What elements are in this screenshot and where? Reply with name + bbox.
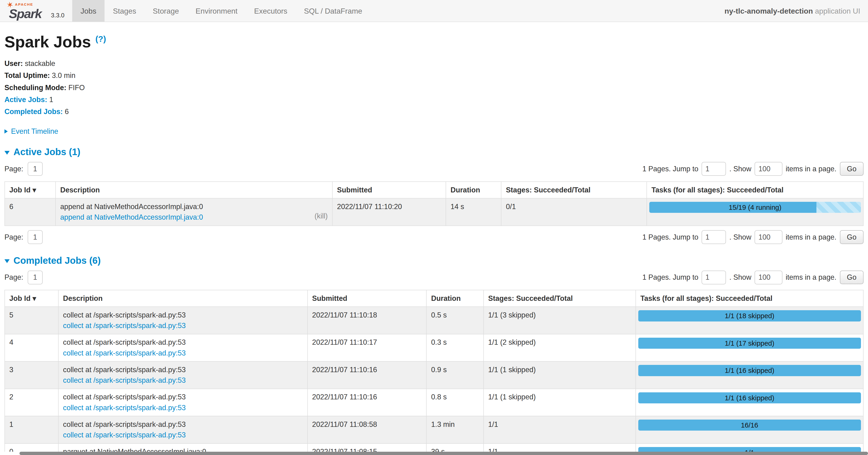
expanded-arrow-icon [4, 259, 10, 263]
description-cell: collect at /spark-scripts/spark-ad.py:53… [58, 334, 308, 361]
horizontal-scrollbar-thumb[interactable] [20, 452, 868, 455]
completed-jobs-section-header[interactable]: Completed Jobs (6) [4, 255, 864, 266]
job-id-cell: 1 [5, 416, 58, 443]
table-row: 4 collect at /spark-scripts/spark-ad.py:… [5, 334, 863, 361]
description-link[interactable]: append at NativeMethodAccessorImpl.java:… [60, 213, 203, 222]
progress-label: 1/1 (18 skipped) [638, 310, 861, 321]
header-job-id[interactable]: Job Id ▾ [5, 181, 56, 198]
apache-label: APACHE [15, 2, 33, 6]
main-content: Spark Jobs (?) User: stackable Total Upt… [0, 33, 868, 455]
go-button[interactable]: Go [840, 162, 864, 176]
header-description[interactable]: Description [56, 181, 332, 198]
description-link[interactable]: collect at /spark-scripts/spark-ad.py:53 [63, 349, 186, 358]
tab-environment[interactable]: Environment [187, 0, 246, 22]
help-link[interactable]: (?) [95, 34, 106, 44]
submitted-cell: 2022/11/07 11:10:20 [332, 198, 446, 226]
header-duration[interactable]: Duration [446, 181, 501, 198]
active-jobs-link[interactable]: Active Jobs: [4, 95, 47, 104]
page-number-input[interactable] [28, 271, 43, 284]
job-id-cell: 5 [5, 307, 58, 334]
description-link[interactable]: collect at /spark-scripts/spark-ad.py:53 [63, 321, 186, 330]
duration-cell: 0.5 s [426, 307, 483, 334]
items-text: items in a page. [786, 165, 837, 173]
jump-page-input[interactable] [702, 271, 726, 284]
page-number-input[interactable] [28, 162, 43, 176]
pages-jump-text: 1 Pages. Jump to [642, 233, 698, 241]
application-id: ny-tlc-anomaly-detection application UI [724, 0, 868, 22]
go-button[interactable]: Go [840, 230, 864, 244]
submitted-cell: 2022/11/07 11:10:17 [308, 334, 427, 361]
header-job-id[interactable]: Job Id ▾ [5, 290, 58, 307]
tasks-progress-bar: 1/1 (17 skipped) [638, 338, 861, 349]
summary-user: User: stackable [4, 59, 864, 68]
tab-storage[interactable]: Storage [145, 0, 187, 22]
application-name: ny-tlc-anomaly-detection [724, 7, 813, 15]
table-row: 5 collect at /spark-scripts/spark-ad.py:… [5, 307, 863, 334]
tasks-cell: 1/1 (18 skipped) [636, 307, 863, 334]
page-label: Page: [4, 165, 23, 173]
duration-cell: 0.8 s [426, 389, 483, 416]
kill-link[interactable]: (kill) [315, 212, 328, 220]
description-text: collect at /spark-scripts/spark-ad.py:53 [63, 393, 303, 401]
progress-label: 1/1 (16 skipped) [638, 365, 861, 376]
jump-page-input[interactable] [702, 162, 726, 176]
header-stages[interactable]: Stages: Succeeded/Total [484, 290, 636, 307]
stages-cell: 1/1 (3 skipped) [484, 307, 636, 334]
tab-jobs[interactable]: Jobs [72, 0, 104, 22]
jump-page-input[interactable] [702, 230, 726, 244]
tasks-cell: 1/1 (16 skipped) [636, 361, 863, 389]
summary-uptime: Total Uptime: 3.0 min [4, 71, 864, 80]
description-link[interactable]: collect at /spark-scripts/spark-ad.py:53 [63, 404, 186, 412]
table-row: 1 collect at /spark-scripts/spark-ad.py:… [5, 416, 863, 443]
stages-cell: 0/1 [501, 198, 647, 226]
tasks-cell: 1/1 (16 skipped) [636, 389, 863, 416]
summary-scheduling-mode: Scheduling Mode: FIFO [4, 83, 864, 92]
submitted-cell: 2022/11/07 11:10:16 [308, 361, 427, 389]
description-cell: collect at /spark-scripts/spark-ad.py:53… [58, 389, 308, 416]
expanded-arrow-icon [4, 151, 10, 154]
show-text: . Show [729, 233, 751, 241]
page-number-input[interactable] [28, 230, 43, 244]
header-duration[interactable]: Duration [426, 290, 483, 307]
spark-label: Spark [9, 6, 41, 21]
tab-sql-dataframe[interactable]: SQL / DataFrame [296, 0, 370, 22]
description-text: collect at /spark-scripts/spark-ad.py:53 [63, 311, 303, 319]
completed-jobs-link[interactable]: Completed Jobs: [4, 108, 63, 116]
description-text: append at NativeMethodAccessorImpl.java:… [60, 202, 328, 211]
tab-stages[interactable]: Stages [104, 0, 145, 22]
description-cell: collect at /spark-scripts/spark-ad.py:53… [58, 416, 308, 443]
description-text: collect at /spark-scripts/spark-ad.py:53 [63, 366, 303, 374]
job-summary: User: stackable Total Uptime: 3.0 min Sc… [4, 59, 864, 116]
stages-cell: 1/1 (1 skipped) [484, 361, 636, 389]
items-text: items in a page. [786, 273, 837, 282]
event-timeline-toggle[interactable]: Event Timeline [4, 127, 864, 136]
header-submitted[interactable]: Submitted [332, 181, 446, 198]
tasks-cell: 16/16 [636, 416, 863, 443]
header-tasks[interactable]: Tasks (for all stages): Succeeded/Total [636, 290, 863, 307]
progress-label: 15/19 (4 running) [649, 202, 861, 213]
pagination: Page: 1 Pages. Jump to . Show items in a… [4, 271, 864, 284]
page-title: Spark Jobs (?) [4, 33, 864, 51]
tasks-progress-bar: 1/1 (18 skipped) [638, 310, 861, 321]
duration-cell: 0.3 s [426, 334, 483, 361]
active-job-row: 6 append at NativeMethodAccessorImpl.jav… [5, 198, 863, 226]
tab-executors[interactable]: Executors [246, 0, 296, 22]
page-size-input[interactable] [754, 162, 782, 176]
description-link[interactable]: collect at /spark-scripts/spark-ad.py:53 [63, 376, 186, 385]
tasks-progress-bar: 16/16 [638, 420, 861, 431]
description-link[interactable]: collect at /spark-scripts/spark-ad.py:53 [63, 431, 186, 439]
tasks-progress-bar: 1/1 (16 skipped) [638, 392, 861, 403]
page-size-input[interactable] [754, 271, 782, 284]
header-stages[interactable]: Stages: Succeeded/Total [501, 181, 647, 198]
nav-tabs: Jobs Stages Storage Environment Executor… [72, 0, 371, 22]
summary-active-jobs: Active Jobs: 1 [4, 95, 864, 104]
page-size-input[interactable] [754, 230, 782, 244]
active-jobs-section-header[interactable]: Active Jobs (1) [4, 147, 864, 158]
description-cell: collect at /spark-scripts/spark-ad.py:53… [58, 307, 308, 334]
show-text: . Show [729, 165, 751, 173]
header-submitted[interactable]: Submitted [308, 290, 427, 307]
header-tasks[interactable]: Tasks (for all stages): Succeeded/Total [647, 181, 863, 198]
tasks-progress-bar: 15/19 (4 running) [649, 202, 861, 213]
go-button[interactable]: Go [840, 271, 864, 284]
header-description[interactable]: Description [58, 290, 308, 307]
